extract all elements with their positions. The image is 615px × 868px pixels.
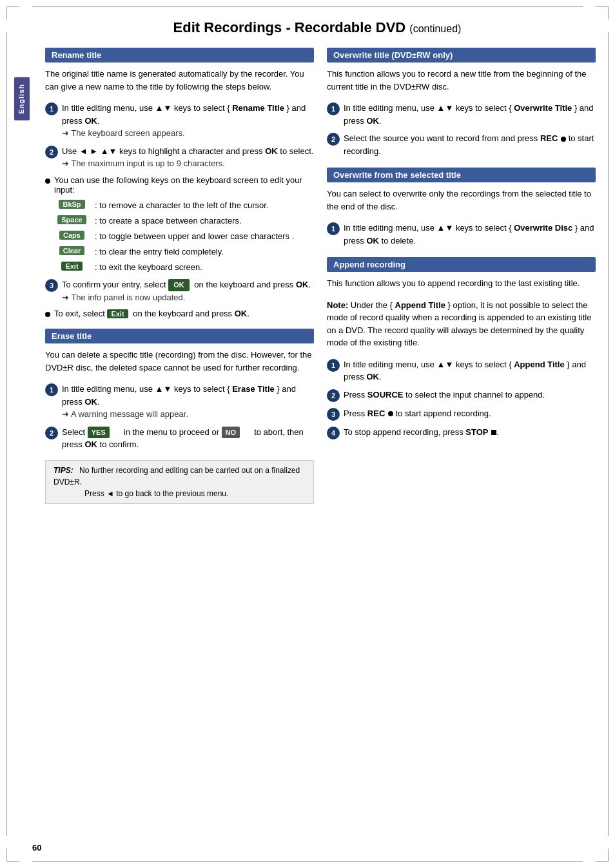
note-label: Note: bbox=[327, 300, 348, 310]
erase-step-2-content: Select YES in the menu to proceed or NO … bbox=[62, 426, 314, 451]
overwrite-selected-step-1-content: In title editing menu, use ▲▼ keys to se… bbox=[344, 222, 596, 247]
side-line-left bbox=[6, 32, 7, 836]
space-desc: : to create a space between characters. bbox=[95, 215, 314, 227]
yes-key: YES bbox=[88, 427, 110, 439]
overwrite-step-2-content: Select the source you want to record fro… bbox=[344, 132, 596, 157]
exit-desc: : to exit the keyboard screen. bbox=[95, 262, 314, 273]
rename-bullet-2: To exit, select Exit on the keyboard and… bbox=[45, 309, 314, 318]
caps-key: Caps bbox=[59, 231, 84, 240]
space-key: Space bbox=[57, 215, 86, 224]
append-step-1: 1 In title editing menu, use ▲▼ keys to … bbox=[327, 358, 596, 383]
caps-desc: : to toggle between upper and lower case… bbox=[95, 231, 314, 242]
corner-br bbox=[596, 849, 609, 862]
no-key: NO bbox=[222, 427, 240, 439]
rec-bullet-2 bbox=[388, 411, 393, 416]
rename-step-2: 2 Use ◄ ► ▲▼ keys to highlight a charact… bbox=[45, 145, 314, 170]
erase-title-intro: You can delete a specific title (recordi… bbox=[45, 349, 314, 374]
append-note: Note: Under the { Append Title } option,… bbox=[327, 299, 596, 349]
page-number: 60 bbox=[32, 843, 41, 853]
side-line-top bbox=[32, 6, 583, 7]
step-3-sub: ➜ The info panel is now updated. bbox=[62, 291, 314, 304]
overwrite-title-header: Overwrite title (DVD±RW only) bbox=[327, 48, 596, 63]
erase-step-2: 2 Select YES in the menu to proceed or N… bbox=[45, 426, 314, 451]
append-step-3-content: Press REC to start append recording. bbox=[344, 407, 596, 420]
rename-step-1: 1 In title editing menu, use ▲▼ keys to … bbox=[45, 102, 314, 140]
key-cell-exit: Exit bbox=[55, 262, 91, 271]
tips-label: TIPS: bbox=[54, 466, 73, 475]
two-column-layout: Rename title The original title name is … bbox=[19, 48, 596, 504]
rename-bullet-2-text: To exit, select Exit on the keyboard and… bbox=[54, 309, 249, 318]
tips-line1: No further recording and editing can be … bbox=[54, 466, 300, 487]
append-step-2: 2 Press SOURCE to select the input chann… bbox=[327, 389, 596, 402]
overwrite-selected-header: Overwrite from the selected title bbox=[327, 168, 596, 182]
key-row-caps: Caps : to toggle between upper and lower… bbox=[55, 231, 314, 242]
english-tab: English bbox=[14, 77, 30, 121]
step-1-content: In title editing menu, use ▲▼ keys to se… bbox=[62, 102, 314, 140]
rec-bullet-1 bbox=[561, 137, 566, 142]
step-num-3: 3 bbox=[45, 279, 58, 292]
overwrite-step-1-content: In title editing menu, use ▲▼ keys to se… bbox=[344, 102, 596, 127]
step-2-content: Use ◄ ► ▲▼ keys to highlight a character… bbox=[62, 145, 314, 170]
erase-step-num-1: 1 bbox=[45, 383, 58, 396]
rename-step-3: 3 To confirm your entry, select OK on th… bbox=[45, 278, 314, 304]
step-num-2: 2 bbox=[45, 146, 58, 159]
step-num-1: 1 bbox=[45, 102, 58, 115]
exit-key: Exit bbox=[61, 262, 82, 271]
clear-key: Clear bbox=[59, 246, 85, 255]
bullet-dot-1 bbox=[45, 178, 50, 184]
append-step-4: 4 To stop append recording, press STOP . bbox=[327, 426, 596, 439]
append-step-num-4: 4 bbox=[327, 427, 340, 439]
ok-key-badge: OK bbox=[168, 279, 190, 291]
erase-step-1-sub: ➜ A warning message will appear. bbox=[62, 408, 314, 421]
rename-bullet-text: You can use the following keys on the ke… bbox=[54, 175, 314, 195]
append-step-num-2: 2 bbox=[327, 389, 340, 402]
erase-step-1: 1 In title editing menu, use ▲▼ keys to … bbox=[45, 383, 314, 421]
key-row-clear: Clear : to clear the entry field complet… bbox=[55, 246, 314, 258]
key-row-bksp: BkSp : to remove a character to the left… bbox=[55, 200, 314, 211]
key-table: BkSp : to remove a character to the left… bbox=[55, 200, 314, 274]
step-2-sub: ➜ The maximum input is up to 9 character… bbox=[62, 157, 314, 170]
overwrite-step-num-1: 1 bbox=[327, 102, 340, 115]
tips-section: TIPS: No further recording and editing c… bbox=[45, 460, 314, 504]
exit-key-2: Exit bbox=[107, 309, 128, 318]
rename-title-intro: The original title name is generated aut… bbox=[45, 68, 314, 93]
erase-step-num-2: 2 bbox=[45, 427, 58, 439]
page-container: English Edit Recordings - Recordable DVD… bbox=[0, 0, 615, 868]
rename-bullet-1: You can use the following keys on the ke… bbox=[45, 175, 314, 195]
key-row-space: Space : to create a space between charac… bbox=[55, 215, 314, 227]
append-step-3: 3 Press REC to start append recording. bbox=[327, 407, 596, 421]
side-line-right bbox=[608, 32, 609, 836]
key-cell-space: Space bbox=[55, 215, 91, 224]
key-row-exit: Exit : to exit the keyboard screen. bbox=[55, 262, 314, 273]
tips-line2: Press ◄ to go back to the previous menu. bbox=[84, 489, 228, 498]
step-3-content: To confirm your entry, select OK on the … bbox=[62, 278, 314, 304]
corner-tl bbox=[6, 6, 19, 19]
overwrite-selected-step-1: 1 In title editing menu, use ▲▼ keys to … bbox=[327, 222, 596, 247]
append-step-1-content: In title editing menu, use ▲▼ keys to se… bbox=[344, 358, 596, 383]
corner-bl bbox=[6, 849, 19, 862]
append-step-2-content: Press SOURCE to select the input channel… bbox=[344, 389, 596, 401]
corner-tr bbox=[596, 6, 609, 19]
rename-title-header: Rename title bbox=[45, 48, 314, 63]
overwrite-selected-intro: You can select to overwrite only the rec… bbox=[327, 188, 596, 213]
page-title: Edit Recordings - Recordable DVD (contin… bbox=[19, 19, 596, 36]
stop-square bbox=[491, 430, 496, 435]
overwrite-title-intro: This function allows you to record a new… bbox=[327, 68, 596, 93]
key-cell-clear: Clear bbox=[55, 246, 91, 255]
left-column: Rename title The original title name is … bbox=[45, 48, 314, 504]
overwrite-selected-step-num-1: 1 bbox=[327, 222, 340, 235]
append-step-num-3: 3 bbox=[327, 408, 340, 421]
side-line-bottom bbox=[32, 861, 583, 862]
bullet-dot-2 bbox=[45, 312, 50, 317]
append-step-num-1: 1 bbox=[327, 359, 340, 372]
erase-step-1-content: In title editing menu, use ▲▼ keys to se… bbox=[62, 383, 314, 421]
bksp-key: BkSp bbox=[59, 200, 84, 209]
bksp-desc: : to remove a character to the left of t… bbox=[95, 200, 314, 211]
erase-title-header: Erase title bbox=[45, 329, 314, 343]
key-cell-caps: Caps bbox=[55, 231, 91, 240]
overwrite-step-2: 2 Select the source you want to record f… bbox=[327, 132, 596, 157]
append-recording-intro: This function allows you to append recor… bbox=[327, 277, 596, 290]
key-cell-bksp: BkSp bbox=[55, 200, 91, 209]
append-step-4-content: To stop append recording, press STOP . bbox=[344, 426, 596, 439]
append-recording-header: Append recording bbox=[327, 257, 596, 272]
